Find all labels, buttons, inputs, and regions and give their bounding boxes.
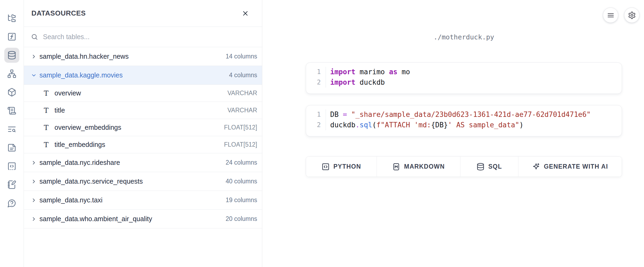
add-generate-with-ai-button[interactable]: GENERATE WITH AI bbox=[518, 157, 622, 177]
panel-header: DATASOURCES bbox=[24, 0, 262, 27]
code-cell: 12import marimo as moimport duckdb bbox=[306, 62, 622, 94]
app-root: DATASOURCES sample_data.hn.hacker_news14… bbox=[0, 0, 644, 267]
message-question-icon bbox=[7, 199, 16, 208]
datasources-panel: DATASOURCES sample_data.hn.hacker_news14… bbox=[24, 0, 262, 267]
column-count: 24 columns bbox=[225, 159, 257, 166]
column-row[interactable]: TtitleVARCHAR bbox=[24, 102, 262, 119]
sidebar-item-help[interactable] bbox=[4, 196, 19, 211]
line-number: 1 bbox=[317, 109, 321, 120]
code-line: duckdb.sql(f"ATTACH 'md:{DB}' AS sample_… bbox=[330, 120, 591, 130]
add-markdown-button[interactable]: MARKDOWN bbox=[377, 157, 460, 177]
table-name: sample_data.hn.hacker_news bbox=[39, 53, 129, 60]
column-count: 19 columns bbox=[225, 196, 257, 204]
column-row[interactable]: Toverview_embeddingsFLOAT[512] bbox=[24, 119, 262, 136]
sidebar-item-variables[interactable] bbox=[4, 29, 19, 44]
column-type: FLOAT[512] bbox=[224, 141, 257, 148]
chevron-right-icon bbox=[31, 197, 37, 203]
sidebar-item-notebook[interactable] bbox=[4, 177, 19, 192]
column-count: 14 columns bbox=[225, 53, 257, 60]
database-icon bbox=[7, 51, 16, 60]
code-editor[interactable]: import marimo as moimport duckdb bbox=[326, 67, 410, 94]
top-actions bbox=[603, 8, 639, 23]
sidebar-item-datasources[interactable] bbox=[4, 48, 19, 63]
table-name: sample_data.nyc.service_requests bbox=[39, 177, 143, 185]
column-type: VARCHAR bbox=[227, 107, 257, 114]
text-search-icon bbox=[7, 125, 16, 134]
close-panel-button[interactable] bbox=[242, 10, 249, 17]
sticky-note-icon bbox=[7, 143, 16, 152]
column-name: title bbox=[54, 106, 65, 114]
sidebar-item-documentation[interactable] bbox=[4, 140, 19, 155]
code-square-dashed-icon bbox=[7, 162, 16, 171]
column-count: 20 columns bbox=[225, 215, 257, 222]
menu-button[interactable] bbox=[603, 8, 618, 23]
panel-title: DATASOURCES bbox=[31, 9, 86, 17]
sidebar-item-scratchpad[interactable] bbox=[4, 159, 19, 174]
scroll-text-icon bbox=[7, 106, 16, 115]
notebook-main: ./motherduck.py 12import marimo as moimp… bbox=[262, 0, 644, 267]
notebook-filename: ./motherduck.py bbox=[306, 33, 622, 41]
type-icon: T bbox=[42, 141, 51, 149]
sparkles-icon bbox=[532, 163, 540, 171]
line-numbers: 12 bbox=[306, 109, 326, 130]
code-square-icon bbox=[322, 163, 330, 171]
chevron-right-icon bbox=[31, 216, 37, 222]
column-row[interactable]: ToverviewVARCHAR bbox=[24, 85, 262, 102]
column-name: title_embeddings bbox=[54, 141, 105, 149]
close-icon bbox=[242, 10, 249, 17]
gear-icon bbox=[628, 11, 636, 19]
code-editor[interactable]: DB = "_share/sample_data/23b0d623-1361-4… bbox=[326, 109, 591, 136]
column-row[interactable]: Ttitle_embeddingsFLOAT[512] bbox=[24, 136, 262, 153]
search-icon bbox=[31, 33, 38, 40]
add-cell-toolbar: PYTHONMARKDOWNSQLGENERATE WITH AI bbox=[306, 156, 622, 177]
column-type: VARCHAR bbox=[227, 90, 257, 97]
add-python-button[interactable]: PYTHON bbox=[306, 157, 377, 177]
code-cell: 12DB = "_share/sample_data/23b0d623-1361… bbox=[306, 105, 622, 136]
search-icon bbox=[31, 33, 38, 40]
column-name: overview bbox=[54, 89, 81, 97]
notebook-pen-icon bbox=[7, 180, 16, 189]
line-number: 1 bbox=[317, 67, 321, 77]
sidebar-item-logs[interactable] bbox=[4, 103, 19, 118]
search-tables-input[interactable] bbox=[42, 33, 255, 41]
table-name: sample_data.who.ambient_air_quality bbox=[39, 215, 152, 223]
sidebar-item-packages[interactable] bbox=[4, 85, 19, 100]
table-name: sample_data.nyc.taxi bbox=[39, 196, 103, 204]
folder-tree-icon bbox=[7, 14, 16, 23]
settings-button[interactable] bbox=[624, 8, 639, 23]
column-name: overview_embeddings bbox=[54, 124, 121, 131]
database-icon bbox=[476, 163, 485, 171]
code-line: import marimo as mo bbox=[330, 67, 410, 77]
function-square-icon bbox=[7, 32, 16, 41]
line-number: 2 bbox=[317, 120, 321, 130]
sidebar-item-dependency-graph[interactable] bbox=[4, 66, 19, 81]
sidebar-item-outline-search[interactable] bbox=[4, 122, 19, 137]
chevron-down-icon bbox=[31, 72, 37, 78]
button-label: GENERATE WITH AI bbox=[544, 163, 608, 170]
menu-icon bbox=[607, 11, 615, 19]
package-icon bbox=[7, 88, 16, 97]
line-numbers: 12 bbox=[306, 67, 326, 88]
table-row[interactable]: sample_data.nyc.rideshare24 columns bbox=[24, 153, 262, 172]
column-count: 4 columns bbox=[229, 72, 257, 79]
button-label: PYTHON bbox=[333, 163, 361, 170]
table-row[interactable]: sample_data.hn.hacker_news14 columns bbox=[24, 47, 262, 66]
search-row bbox=[24, 27, 262, 47]
add-sql-button[interactable]: SQL bbox=[460, 157, 518, 177]
table-row[interactable]: sample_data.nyc.taxi19 columns bbox=[24, 191, 262, 210]
table-name: sample_data.kaggle.movies bbox=[39, 71, 123, 79]
type-icon: T bbox=[42, 106, 51, 114]
column-count: 40 columns bbox=[225, 178, 257, 185]
table-row[interactable]: sample_data.kaggle.movies4 columns bbox=[24, 66, 262, 85]
chevron-right-icon bbox=[31, 179, 37, 184]
sidebar-item-file-explorer[interactable] bbox=[4, 11, 19, 26]
sidebar-rail bbox=[0, 0, 24, 267]
column-type: FLOAT[512] bbox=[224, 124, 257, 131]
type-icon: T bbox=[42, 124, 51, 132]
code-line: import duckdb bbox=[330, 77, 410, 88]
table-row[interactable]: sample_data.nyc.service_requests40 colum… bbox=[24, 172, 262, 191]
line-number: 2 bbox=[317, 77, 321, 88]
chevron-right-icon bbox=[31, 54, 37, 60]
code-line: DB = "_share/sample_data/23b0d623-1361-4… bbox=[330, 109, 591, 120]
table-row[interactable]: sample_data.who.ambient_air_quality20 co… bbox=[24, 210, 262, 228]
